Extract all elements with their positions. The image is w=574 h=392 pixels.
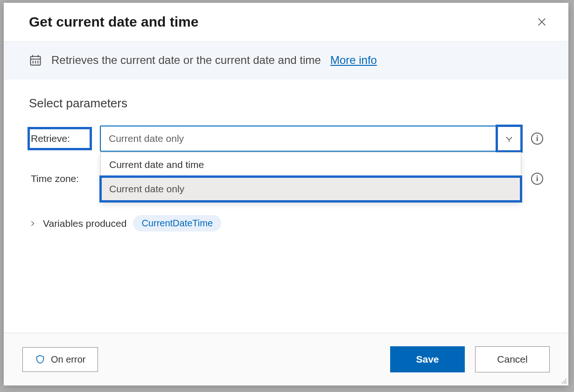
svg-point-11 <box>564 381 565 382</box>
retrieve-combobox-value: Current date only <box>100 133 497 144</box>
retrieve-combobox-caret[interactable] <box>497 126 521 151</box>
dialog-title: Get current date and time <box>29 14 198 30</box>
description-text: Retrieves the current date or the curren… <box>51 54 377 67</box>
close-icon <box>537 17 547 27</box>
close-button[interactable] <box>534 14 550 30</box>
retrieve-option-dateonly[interactable]: Current date only <box>101 177 521 201</box>
save-button[interactable]: Save <box>390 346 465 372</box>
section-header: Select parameters <box>29 96 543 111</box>
on-error-label: On error <box>51 354 85 365</box>
retrieve-option-datetime[interactable]: Current date and time <box>101 153 521 177</box>
description-body: Retrieves the current date or the curren… <box>51 54 321 66</box>
info-glyph: i <box>536 174 539 183</box>
variables-produced-row[interactable]: Variables produced CurrentDateTime <box>29 215 543 231</box>
svg-point-14 <box>564 382 565 383</box>
dialog-footer: On error Save Cancel <box>4 333 568 385</box>
footer-actions: Save Cancel <box>390 346 550 372</box>
retrieve-combobox[interactable]: Current date only Current date and time … <box>100 126 522 152</box>
info-glyph: i <box>536 134 539 143</box>
dialog-titlebar: Get current date and time <box>4 3 568 42</box>
retrieve-info-icon[interactable]: i <box>531 133 543 145</box>
param-timezone-label: Time zone: <box>29 168 91 189</box>
cancel-button[interactable]: Cancel <box>475 346 550 372</box>
variables-produced-label: Variables produced <box>43 218 126 229</box>
variable-pill[interactable]: CurrentDateTime <box>133 215 221 231</box>
description-banner: Retrieves the current date or the curren… <box>4 42 568 79</box>
action-config-dialog: Get current date and time Retrieves the … <box>4 3 568 385</box>
dialog-body: Select parameters Retrieve: Current date… <box>4 79 568 333</box>
shield-icon <box>35 354 45 364</box>
chevron-right-icon <box>29 220 36 227</box>
retrieve-dropdown: Current date and time Current date only <box>100 152 521 202</box>
more-info-link[interactable]: More info <box>330 54 377 66</box>
timezone-info-icon[interactable]: i <box>531 173 543 185</box>
svg-point-15 <box>565 382 566 383</box>
calendar-icon <box>29 54 42 67</box>
resize-grip-icon[interactable] <box>559 376 567 385</box>
chevron-down-icon <box>504 134 514 143</box>
svg-point-10 <box>565 379 566 380</box>
svg-point-13 <box>562 382 563 383</box>
save-label: Save <box>416 354 439 365</box>
svg-point-12 <box>565 381 566 382</box>
on-error-button[interactable]: On error <box>22 347 98 372</box>
param-retrieve-label: Retrieve: <box>29 128 91 149</box>
param-retrieve-row: Retrieve: Current date only Current date… <box>29 126 543 152</box>
svg-point-9 <box>509 141 510 142</box>
cancel-label: Cancel <box>497 354 527 365</box>
